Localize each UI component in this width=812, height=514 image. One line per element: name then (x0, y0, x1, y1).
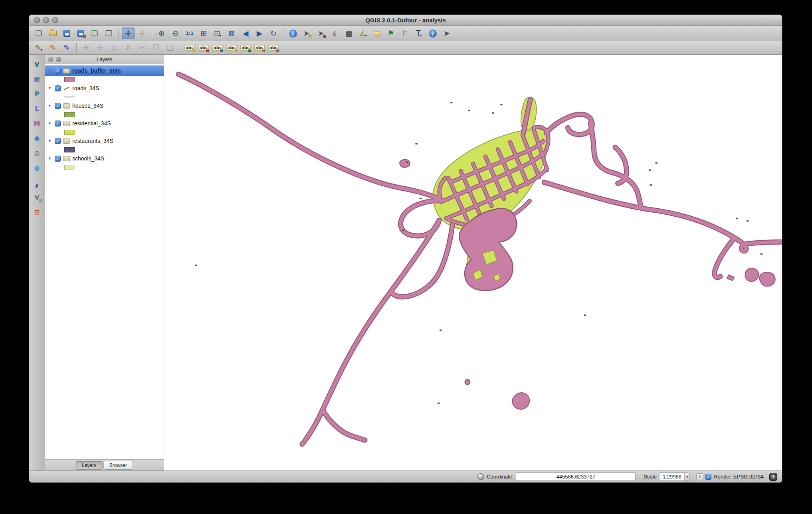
window-minimize-button[interactable] (43, 17, 49, 23)
layer-visibility-checkbox[interactable]: ✓ (55, 121, 61, 127)
deselect-features-button[interactable]: ➤ (315, 28, 327, 39)
zoom-native-button[interactable]: 1:1 (183, 28, 196, 39)
highlight-pinned-labels-button[interactable]: abc (211, 42, 224, 53)
field-calculator-button[interactable]: ε (329, 28, 341, 39)
layer-item-roads_34S[interactable]: ▼✓roads_34S (45, 83, 164, 93)
layer-visibility-checkbox[interactable]: ✓ (55, 156, 61, 162)
new-print-composer-button[interactable]: ❏ (88, 28, 101, 39)
layer-visibility-checkbox[interactable]: ✓ (55, 85, 61, 91)
layer-expand-arrow[interactable]: ▼ (48, 139, 52, 143)
layer-symbology-swatch[interactable] (64, 77, 75, 82)
help-contents-button[interactable]: ? (426, 28, 439, 39)
current-edits-button[interactable]: ✎▾ (32, 42, 45, 53)
open-project-button[interactable] (46, 28, 59, 39)
select-features-button[interactable]: ➤▾ (301, 28, 313, 39)
layer-visibility-checkbox[interactable]: ✓ (55, 103, 61, 109)
pan-to-selection-button[interactable]: ✛ (136, 28, 149, 39)
layer-expand-arrow[interactable]: ▼ (48, 156, 52, 160)
text-annotation-dropdown-arrow[interactable]: ▾ (420, 34, 422, 38)
add-mssql-layer-button[interactable]: M (32, 119, 43, 129)
layer-symbology-swatch[interactable] (64, 165, 75, 170)
composer-manager-button[interactable]: ❐ (102, 28, 115, 39)
add-wms-layer-button[interactable]: ◉ (32, 133, 43, 144)
show-hide-labels-button[interactable]: abc (225, 42, 238, 53)
new-shapefile-layer-button[interactable]: V (32, 192, 43, 203)
crs-status-button[interactable]: ⊕ (769, 473, 777, 481)
zoom-next-button[interactable]: ▶ (253, 28, 266, 39)
change-label-button[interactable]: abc (267, 42, 280, 53)
field-calculator-icon: ε (333, 30, 337, 37)
new-project-button[interactable]: ❏ (32, 28, 45, 39)
tab-layers[interactable]: Layers (76, 461, 102, 470)
window-zoom-button[interactable] (52, 17, 58, 23)
layer-item-schools_34S[interactable]: ▼✓schools_34S (45, 153, 164, 164)
zoom-in-button[interactable]: ⊕ (155, 28, 168, 39)
layer-type-icon (63, 68, 70, 73)
extents-toggle-button[interactable] (477, 473, 484, 480)
layer-item-residential_34S[interactable]: ▼✓residential_34S (45, 118, 164, 128)
labeling-options-button[interactable]: abc (183, 42, 196, 53)
map-tips-button[interactable] (370, 28, 383, 39)
layer-expand-arrow[interactable]: ▼ (48, 69, 52, 73)
layer-symbology-swatch[interactable] (64, 112, 75, 117)
layer-expand-arrow[interactable]: ▼ (48, 104, 52, 108)
pin-labels-button[interactable]: abc (197, 42, 210, 53)
paste-features-button: ❑ (164, 42, 176, 53)
tab-browser[interactable]: Browser (103, 461, 133, 470)
window-close-button[interactable] (34, 17, 40, 23)
add-postgis-layer-button[interactable]: P (32, 89, 43, 99)
open-attribute-table-button[interactable]: ▦ (343, 28, 355, 39)
toggle-editing-button[interactable]: ✎ (46, 42, 59, 53)
panel-float-button[interactable]: ◻ (56, 57, 61, 62)
layer-symbology-swatch[interactable] (64, 97, 75, 97)
layer-item-houses_34S[interactable]: ▼✓houses_34S (45, 101, 164, 111)
save-project-as-button[interactable] (74, 28, 87, 39)
layer-visibility-checkbox[interactable]: ✓ (55, 138, 61, 144)
add-spatialite-layer-button[interactable]: L (32, 104, 43, 114)
zoom-to-selection-button[interactable]: ⊡▾ (211, 28, 224, 39)
map-refresh-button[interactable]: ↻ (267, 28, 280, 39)
pan-map-button[interactable]: ✛ (122, 28, 135, 39)
add-vector-layer-button[interactable]: V (32, 59, 43, 70)
save-project-button[interactable] (60, 28, 73, 39)
add-wfs-layer-button[interactable]: ◍ (32, 163, 43, 173)
show-bookmarks-button[interactable]: ⚐ (398, 28, 411, 39)
whats-this-button[interactable]: ➤ (440, 28, 453, 39)
remove-layer-button[interactable]: ⊟ (32, 207, 43, 217)
measure-button[interactable]: ∡▾ (356, 28, 369, 39)
window-titlebar[interactable]: QGIS 2.0.1-Dufour - analysis (29, 15, 782, 26)
coordinate-input[interactable] (516, 472, 636, 481)
map-canvas[interactable] (164, 55, 782, 471)
measure-dropdown-arrow[interactable]: ▾ (365, 34, 367, 38)
layer-item-roads_buffer_50m[interactable]: ▼✓roads_buffer_50m (45, 65, 164, 76)
zoom-out-button[interactable]: ⊖ (169, 28, 182, 39)
add-wcs-layer-button[interactable]: ◎ (32, 148, 43, 158)
scale-combo[interactable]: 1:29988 ▾ (659, 472, 690, 481)
current-edits-dropdown-arrow[interactable]: ▾ (41, 48, 43, 52)
open-attribute-table-icon: ▦ (345, 30, 353, 37)
layer-symbology-swatch[interactable] (64, 130, 75, 135)
layer-item-restaurants_34S[interactable]: ▼✓restaurants_34S (45, 136, 164, 146)
crs-status-label: EPSG:32734 (733, 474, 764, 480)
layer-visibility-checkbox[interactable]: ✓ (55, 68, 61, 74)
zoom-to-selection-dropdown-arrow[interactable]: ▾ (220, 34, 222, 38)
render-checkbox[interactable] (705, 474, 711, 480)
move-feature-button: ✛ (94, 42, 107, 53)
zoom-full-button[interactable]: ⊞ (197, 28, 210, 39)
save-layer-edits-button[interactable]: ✎ (60, 42, 73, 53)
layer-expand-arrow[interactable]: ▼ (48, 86, 52, 90)
layer-expand-arrow[interactable]: ▼ (48, 121, 52, 125)
text-annotation-button[interactable]: T▾ (412, 28, 425, 39)
stop-render-button[interactable]: ✕ (696, 473, 703, 480)
panel-close-button[interactable]: ✕ (48, 57, 53, 62)
scale-combo-arrow-icon[interactable]: ▾ (684, 473, 690, 480)
zoom-to-layer-button[interactable]: ⊠ (225, 28, 238, 39)
zoom-last-button[interactable]: ◀ (239, 28, 252, 39)
add-raster-layer-button[interactable]: ▦ (32, 74, 43, 85)
identify-features-button[interactable]: i (287, 28, 299, 39)
add-delimited-text-layer-button[interactable]: , (32, 178, 43, 188)
layer-symbology-swatch[interactable] (64, 147, 75, 152)
new-bookmark-button[interactable]: ⚑ (384, 28, 397, 39)
move-label-button[interactable]: abc (239, 42, 252, 53)
rotate-label-button[interactable]: abc (253, 42, 266, 53)
